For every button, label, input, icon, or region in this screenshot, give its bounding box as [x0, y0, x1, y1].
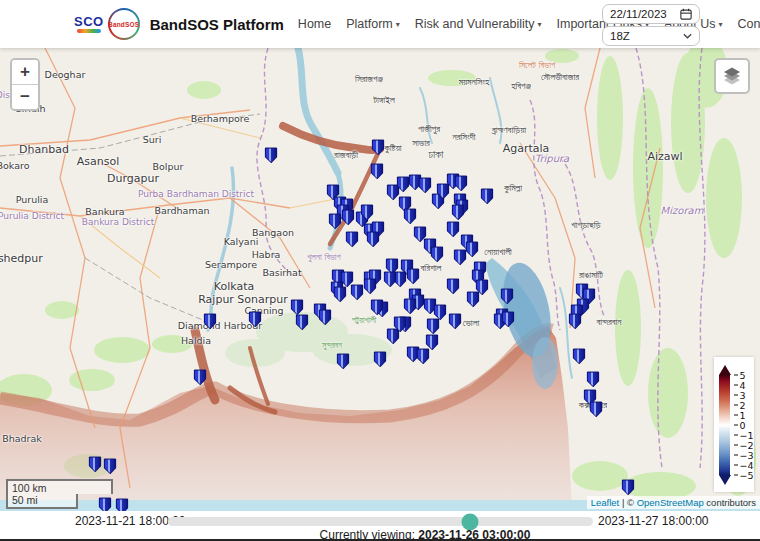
nav-item-home[interactable]: Home: [298, 17, 331, 31]
colorbar-tick: −5: [734, 469, 754, 480]
station-marker-icon: [452, 204, 465, 220]
station-marker[interactable]: [351, 284, 364, 300]
station-marker-icon: [372, 139, 385, 155]
station-marker[interactable]: [431, 246, 444, 262]
station-marker-icon: [367, 231, 380, 247]
station-marker[interactable]: [89, 456, 102, 472]
station-marker[interactable]: [590, 401, 603, 417]
timeline-slider[interactable]: [168, 517, 593, 526]
station-marker[interactable]: [116, 498, 129, 511]
zoom-in-button[interactable]: +: [12, 60, 38, 85]
station-marker[interactable]: [466, 241, 479, 257]
nav-item-contact[interactable]: Contact: [737, 17, 760, 31]
station-marker[interactable]: [502, 311, 515, 327]
station-marker[interactable]: [394, 316, 407, 332]
nav-item-platform[interactable]: Platform▾: [346, 17, 400, 31]
station-marker[interactable]: [622, 479, 635, 495]
station-marker[interactable]: [371, 163, 384, 179]
station-marker[interactable]: [249, 311, 262, 327]
station-marker[interactable]: [194, 369, 207, 385]
station-marker[interactable]: [342, 209, 355, 225]
station-marker-icon: [394, 316, 407, 332]
station-marker[interactable]: [371, 299, 384, 315]
bandsos-logo-text: BandSOS: [108, 21, 139, 28]
nav-item-risk-and-vulnerability[interactable]: Risk and Vulnerability▾: [415, 17, 542, 31]
station-marker[interactable]: [573, 348, 586, 364]
station-marker-icon: [466, 241, 479, 257]
station-marker[interactable]: [204, 313, 217, 329]
colorbar-ticks: 543210−1−2−3−4−5: [734, 375, 750, 475]
station-marker[interactable]: [319, 309, 332, 325]
timeline-bar: 2023-11-21 18:00:00 2023-11-27 18:00:00 …: [0, 511, 760, 541]
zoom-out-button[interactable]: −: [12, 85, 38, 109]
station-marker-icon: [351, 284, 364, 300]
layers-control[interactable]: [714, 58, 750, 94]
station-marker[interactable]: [104, 458, 117, 474]
sco-logo-text: SCO: [74, 15, 104, 28]
station-marker[interactable]: [417, 348, 430, 364]
station-marker[interactable]: [265, 147, 278, 163]
station-marker[interactable]: [449, 313, 462, 329]
station-marker[interactable]: [364, 278, 377, 294]
scale-km: 100 km: [6, 479, 113, 494]
station-marker[interactable]: [452, 204, 465, 220]
station-marker[interactable]: [481, 188, 494, 204]
station-marker-icon: [346, 231, 359, 247]
station-marker[interactable]: [367, 231, 380, 247]
station-marker[interactable]: [419, 177, 432, 193]
station-marker-icon: [431, 246, 444, 262]
station-marker[interactable]: [447, 221, 460, 237]
station-marker[interactable]: [447, 278, 460, 294]
station-marker[interactable]: [334, 286, 347, 302]
station-marker-icon: [573, 348, 586, 364]
station-marker-icon: [455, 175, 468, 191]
station-marker[interactable]: [374, 351, 387, 367]
station-marker[interactable]: [337, 353, 350, 369]
timeline-end-date: 2023-11-27 18:00:00: [598, 514, 709, 528]
station-marker[interactable]: [384, 271, 397, 287]
colorbar-max-arrow: [719, 365, 731, 375]
station-marker[interactable]: [361, 204, 374, 220]
station-marker[interactable]: [346, 231, 359, 247]
cycle-select[interactable]: 18Z: [602, 26, 700, 46]
date-input[interactable]: 22/11/2023: [602, 4, 700, 24]
osm-link[interactable]: OpenStreetMap: [637, 497, 704, 508]
station-marker-icon: [337, 353, 350, 369]
station-marker-icon: [249, 311, 262, 327]
station-marker[interactable]: [569, 313, 582, 329]
station-marker[interactable]: [404, 208, 417, 224]
station-marker-icon: [104, 458, 117, 474]
station-marker-icon: [334, 286, 347, 302]
station-marker[interactable]: [329, 213, 342, 229]
station-marker-icon: [296, 314, 309, 330]
cycle-value: 18Z: [610, 30, 630, 42]
station-marker-icon: [502, 311, 515, 327]
station-marker[interactable]: [454, 249, 467, 265]
station-marker-icon: [342, 209, 355, 225]
station-marker[interactable]: [455, 175, 468, 191]
station-marker[interactable]: [404, 298, 417, 314]
station-marker-icon: [319, 309, 332, 325]
colorbar-gradient: [719, 375, 730, 475]
layers-icon: [722, 66, 742, 86]
caret-down-icon: ▾: [396, 20, 400, 29]
station-marker-icon: [587, 371, 600, 387]
station-marker[interactable]: [467, 291, 480, 307]
station-marker[interactable]: [291, 299, 304, 315]
station-marker[interactable]: [427, 318, 440, 334]
station-marker[interactable]: [296, 314, 309, 330]
top-navbar: SCO BandSOS BandSOS Platform HomePlatfor…: [0, 0, 760, 48]
station-marker[interactable]: [501, 288, 514, 304]
station-marker-icon: [371, 299, 384, 315]
leaflet-link[interactable]: Leaflet: [591, 497, 620, 508]
station-marker-icon: [481, 188, 494, 204]
chevron-down-icon: [683, 33, 692, 39]
station-marker-icon: [384, 271, 397, 287]
station-marker[interactable]: [372, 139, 385, 155]
sco-logo-bar: [77, 29, 101, 33]
map-canvas[interactable]: DeogharGiridihDistrictDhanbadBokaroAsans…: [0, 48, 760, 511]
header-controls: 22/11/2023 18Z: [602, 4, 700, 46]
station-marker[interactable]: [407, 268, 420, 284]
station-marker[interactable]: [587, 371, 600, 387]
scale-control: 100 km 50 mi: [6, 479, 113, 509]
